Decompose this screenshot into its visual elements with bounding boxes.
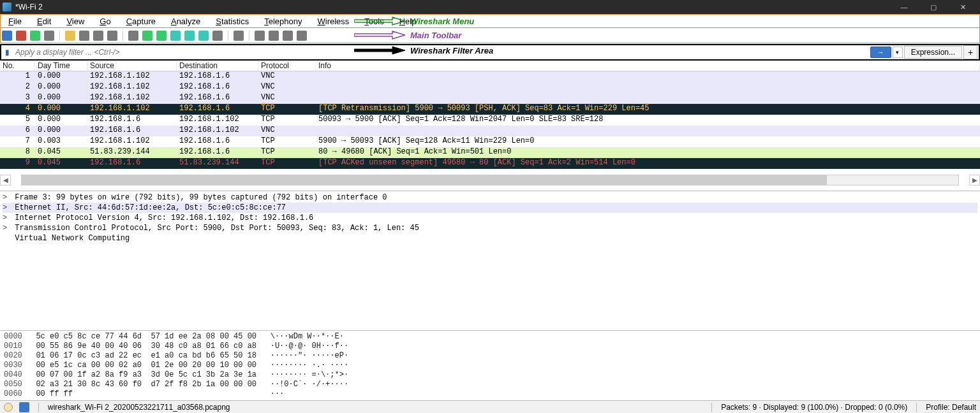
menu-file[interactable]: File <box>1 15 29 27</box>
packet-row[interactable]: 70.003192.168.1.102192.168.1.6TCP5900 → … <box>0 136 980 147</box>
go-first-icon[interactable] <box>184 31 195 41</box>
expert-info-icon[interactable] <box>4 403 13 412</box>
window-title: *Wi-Fi 2 <box>15 3 43 11</box>
expression-button[interactable]: Expression... <box>904 46 962 59</box>
edit-capture-comment-icon[interactable] <box>19 402 29 412</box>
menu-edit[interactable]: Edit <box>29 15 59 27</box>
display-filter-bar: ▮ → ▾ Expression... + <box>0 44 980 61</box>
packet-row[interactable]: 40.000192.168.1.102192.168.1.6TCP[TCP Re… <box>0 104 980 115</box>
col-no[interactable]: No. <box>0 61 35 71</box>
status-file-name: wireshark_Wi-Fi 2_20200523221711_a03568.… <box>48 403 230 412</box>
stop-capture-icon[interactable] <box>16 31 26 41</box>
go-to-packet-icon[interactable] <box>170 31 181 41</box>
menubar: FileEditViewGoCaptureAnalyzeStatisticsTe… <box>0 14 980 28</box>
menu-analyze[interactable]: Analyze <box>163 15 208 27</box>
status-bar: wireshark_Wi-Fi 2_20200523221711_a03568.… <box>0 400 980 413</box>
bookmark-filter-icon[interactable]: ▮ <box>1 45 13 59</box>
add-filter-button[interactable]: + <box>963 45 977 59</box>
packet-row[interactable]: 80.04551.83.239.144192.168.1.6TCP80 → 49… <box>0 147 980 158</box>
colorize-icon[interactable] <box>234 31 244 41</box>
save-file-icon[interactable] <box>79 31 89 41</box>
close-button[interactable]: ✕ <box>948 0 977 14</box>
col-info[interactable]: Info <box>316 61 980 71</box>
find-packet-icon[interactable] <box>128 31 138 41</box>
status-packet-count: Packets: 9 · Displayed: 9 (100.0%) · Dro… <box>721 403 907 412</box>
menu-telephony[interactable]: Telephony <box>256 15 309 27</box>
open-file-icon[interactable] <box>65 31 75 41</box>
hex-line[interactable]: 0020 01 06 17 0c c3 ad 22 ec e1 a0 ca bd… <box>4 351 976 361</box>
main-toolbar <box>0 28 980 43</box>
hex-line[interactable]: 0030 00 e5 1c ca 00 00 02 a0 01 2e 00 20… <box>4 361 976 370</box>
menu-capture[interactable]: Capture <box>119 15 163 27</box>
detail-line[interactable]: Ethernet II, Src: 44:6d:57:1d:ee:2a, Dst… <box>3 203 977 213</box>
packet-row[interactable]: 90.045192.168.1.651.83.239.144TCP[TCP AC… <box>0 158 980 169</box>
detail-line[interactable]: Virtual Network Computing <box>3 233 977 243</box>
app-icon <box>3 3 11 11</box>
menu-wireless[interactable]: Wireless <box>310 15 357 27</box>
packet-row[interactable]: 30.000192.168.1.102192.168.1.6VNC <box>0 93 980 104</box>
packet-row[interactable]: 60.000192.168.1.6192.168.1.102VNC <box>0 126 980 136</box>
titlebar: *Wi-Fi 2 — ▢ ✕ <box>0 0 980 14</box>
filter-history-dropdown[interactable]: ▾ <box>893 47 903 58</box>
start-capture-icon[interactable] <box>2 31 12 41</box>
hex-line[interactable]: 0050 02 a3 21 30 8c 43 60 f0 d7 2f f8 2b… <box>4 380 976 389</box>
close-file-icon[interactable] <box>93 31 103 41</box>
resize-columns-icon[interactable] <box>297 31 307 41</box>
zoom-reset-icon[interactable] <box>283 31 293 41</box>
menu-go[interactable]: Go <box>92 15 118 27</box>
display-filter-input[interactable] <box>13 45 870 59</box>
hex-line[interactable]: 0010 00 55 86 9e 40 00 40 06 30 48 c0 a8… <box>4 342 976 351</box>
hex-line[interactable]: 0000 5c e0 c5 8c ce 77 44 6d 57 1d ee 2a… <box>4 332 976 342</box>
zoom-in-icon[interactable] <box>255 31 265 41</box>
zoom-out-icon[interactable] <box>269 31 279 41</box>
col-source[interactable]: Source <box>87 61 177 71</box>
packet-list-pane: No. Day Time Source Destination Protocol… <box>0 61 980 169</box>
menu-tools[interactable]: Tools <box>357 15 391 27</box>
go-back-icon[interactable] <box>142 31 152 41</box>
packet-row[interactable]: 10.000192.168.1.102192.168.1.6VNC <box>0 71 980 82</box>
packet-row[interactable]: 50.000192.168.1.6192.168.1.102TCP50093 →… <box>0 115 980 126</box>
maximize-button[interactable]: ▢ <box>919 0 948 14</box>
hex-line[interactable]: 0060 00 ff ff ··· <box>4 389 976 399</box>
scroll-left-icon[interactable]: ◀ <box>0 175 11 185</box>
reload-icon[interactable] <box>107 31 117 41</box>
detail-line[interactable]: Transmission Control Protocol, Src Port:… <box>3 223 977 233</box>
packet-list-header[interactable]: No. Day Time Source Destination Protocol… <box>0 61 980 71</box>
detail-line[interactable]: Internet Protocol Version 4, Src: 192.16… <box>3 213 977 223</box>
packet-details-pane[interactable]: Frame 3: 99 bytes on wire (792 bits), 99… <box>0 191 980 330</box>
hex-line[interactable]: 0040 00 07 00 1f a2 8a f9 a3 3d 0e 5c c1… <box>4 370 976 380</box>
restart-capture-icon[interactable] <box>30 31 40 41</box>
col-dest[interactable]: Destination <box>177 61 258 71</box>
menu-view[interactable]: View <box>59 15 92 27</box>
col-proto[interactable]: Protocol <box>258 61 316 71</box>
apply-filter-button[interactable]: → <box>870 47 891 58</box>
minimize-button[interactable]: — <box>889 0 919 14</box>
packet-list-scrollbar[interactable]: ◀ ▶ <box>0 169 980 191</box>
go-last-icon[interactable] <box>198 31 209 41</box>
scroll-right-icon[interactable]: ▶ <box>969 175 980 185</box>
auto-scroll-icon[interactable] <box>212 31 223 41</box>
col-time[interactable]: Day Time <box>35 61 87 71</box>
packet-bytes-pane[interactable]: 0000 5c e0 c5 8c ce 77 44 6d 57 1d ee 2a… <box>0 330 980 400</box>
status-profile[interactable]: Profile: Default <box>926 403 976 412</box>
menu-statistics[interactable]: Statistics <box>208 15 256 27</box>
menu-help[interactable]: Help <box>392 15 424 27</box>
packet-row[interactable]: 20.000192.168.1.102192.168.1.6VNC <box>0 82 980 93</box>
go-forward-icon[interactable] <box>156 31 167 41</box>
detail-line[interactable]: Frame 3: 99 bytes on wire (792 bits), 99… <box>3 192 977 203</box>
capture-options-icon[interactable] <box>44 31 54 41</box>
